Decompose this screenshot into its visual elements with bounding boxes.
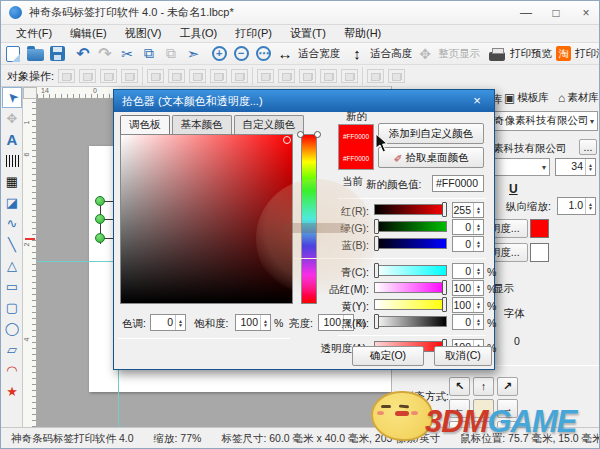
new-color-value-input[interactable]: #FF0000 — [432, 175, 484, 192]
image-tool-icon[interactable]: ◪ — [2, 192, 22, 213]
align-right-icon[interactable] — [231, 69, 248, 83]
hue-spinner[interactable]: 0▲▼ — [150, 314, 186, 331]
zoom-in-icon[interactable]: + — [210, 45, 228, 63]
polygon-tool-icon[interactable]: ▱ — [2, 339, 22, 360]
line-tool-icon[interactable]: ╲ — [2, 234, 22, 255]
tab-palette[interactable]: 调色板 — [120, 115, 170, 134]
font-color-swatch[interactable] — [530, 219, 549, 238]
align-right-button[interactable]: → — [497, 399, 518, 418]
lock-icon[interactable] — [121, 69, 138, 83]
curve-tool-icon[interactable]: ∿ — [2, 213, 22, 234]
vertical-scale-spinner[interactable]: 1.0 ▲▼ — [557, 197, 596, 215]
yellow-spinner[interactable]: 100▲▼ — [452, 297, 484, 313]
rectangle-tool-icon[interactable]: ▭ — [2, 276, 22, 297]
underline-button[interactable]: U — [509, 182, 518, 196]
barcode-tool-icon[interactable] — [2, 150, 22, 171]
background-color-swatch[interactable] — [530, 243, 549, 262]
triangle-tool-icon[interactable]: △ — [2, 255, 22, 276]
dialog-close-button[interactable]: × — [466, 92, 488, 110]
black-slider[interactable] — [374, 316, 447, 327]
cyan-spinner[interactable]: 0▲▼ — [452, 263, 484, 279]
space-v-icon[interactable] — [388, 69, 405, 83]
magenta-slider[interactable] — [374, 282, 447, 293]
print-preview-button[interactable]: 打印预览 — [510, 47, 552, 61]
same-size-icon[interactable] — [341, 69, 358, 83]
select-tool-icon[interactable]: ➤ — [2, 87, 22, 108]
spinner-arrows-icon[interactable]: ▲▼ — [473, 298, 483, 312]
saturation-spinner[interactable]: 100▲▼ — [235, 314, 271, 331]
more-button[interactable]: ... — [579, 139, 597, 155]
menu-edit[interactable]: 编辑(E) — [61, 25, 116, 42]
saturation-square[interactable] — [120, 134, 293, 304]
align-left-button[interactable]: ← — [449, 399, 470, 418]
fit-width-button[interactable]: 适合宽度 — [298, 47, 340, 61]
ungroup-icon[interactable] — [100, 69, 117, 83]
blue-slider[interactable] — [374, 238, 447, 249]
align-bottom-icon[interactable] — [278, 69, 295, 83]
align-middle-icon[interactable] — [210, 69, 227, 83]
menu-help[interactable]: 帮助(H) — [335, 25, 390, 42]
yellow-slider[interactable] — [374, 299, 447, 310]
green-spinner[interactable]: 0▲▼ — [452, 219, 484, 235]
spinner-arrows-icon[interactable]: ▲▼ — [260, 315, 270, 330]
print-taobao-button[interactable]: 打印淘宝天猫订单 — [575, 47, 600, 61]
blue-spinner[interactable]: 0▲▼ — [452, 236, 484, 252]
rounded-rect-tool-icon[interactable]: ▢ — [2, 297, 22, 318]
save-file-icon[interactable] — [48, 45, 66, 63]
spinner-arrows-icon[interactable]: ▲▼ — [175, 315, 185, 330]
template-library-button[interactable]: ▣ 模板库 — [504, 89, 555, 107]
menu-print[interactable]: 打印(P) — [226, 25, 281, 42]
undo-icon[interactable]: ↶ — [74, 45, 92, 63]
redo-icon[interactable]: ↷ — [96, 45, 114, 63]
paste-icon[interactable]: ⧉ — [162, 45, 180, 63]
space-h-icon[interactable] — [367, 69, 384, 83]
company-dropdown[interactable]: 奇像素科技有限公司 ▾ — [490, 111, 598, 131]
spinner-arrows-icon[interactable]: ▲▼ — [473, 281, 483, 295]
green-slider[interactable] — [374, 221, 447, 232]
spinner-arrows-icon[interactable]: ▲▼ — [473, 237, 483, 251]
red-slider[interactable] — [374, 204, 447, 215]
hue-handle-right[interactable] — [314, 131, 321, 138]
align-left-icon[interactable] — [147, 69, 164, 83]
same-width-icon[interactable] — [299, 69, 316, 83]
align-up-left-button[interactable]: ↖ — [449, 377, 470, 396]
combine-icon[interactable] — [58, 69, 75, 83]
tab-basic-colors[interactable]: 基本颜色 — [172, 115, 232, 134]
cut-icon[interactable]: ✂ — [118, 45, 136, 63]
font-size-spinner[interactable]: 34 ▲▼ — [555, 158, 596, 176]
arc-text-tool-icon[interactable]: ◠ — [2, 360, 22, 381]
maximize-button[interactable]: □ — [541, 3, 571, 23]
qrcode-tool-icon[interactable]: ▦ — [2, 171, 22, 192]
tab-custom-colors[interactable]: 自定义颜色 — [234, 115, 305, 134]
dialog-title-bar[interactable]: 拾色器 (文本颜色和透明度...) — [114, 90, 494, 112]
align-top-icon[interactable] — [257, 69, 274, 83]
open-file-icon[interactable] — [26, 45, 44, 63]
selection-handle[interactable] — [95, 214, 105, 224]
magenta-spinner[interactable]: 100▲▼ — [452, 280, 484, 296]
minimize-button[interactable]: — — [511, 3, 541, 23]
menu-file[interactable]: 文件(F) — [7, 25, 61, 42]
spinner-arrows-icon[interactable]: ▲▼ — [473, 220, 483, 234]
black-spinner[interactable]: 0▲▼ — [452, 314, 484, 330]
selection-handle[interactable] — [95, 233, 105, 243]
spinner-arrows-icon[interactable]: ▲▼ — [473, 264, 483, 278]
menu-tools[interactable]: 工具(O) — [170, 25, 226, 42]
group-icon[interactable] — [79, 69, 96, 83]
align-center-h-icon[interactable] — [168, 69, 185, 83]
spinner-arrows-icon[interactable]: ▲▼ — [585, 198, 595, 214]
material-library-button[interactable]: ⌂ 素材库 — [558, 89, 600, 107]
menu-settings[interactable]: 设置(T) — [281, 25, 335, 42]
same-height-icon[interactable] — [320, 69, 337, 83]
align-up-button[interactable]: ↑ — [473, 377, 494, 396]
pick-desktop-color-button[interactable]: ✐ 拾取桌面颜色 — [378, 147, 484, 168]
spinner-arrows-icon[interactable]: ▲▼ — [585, 159, 595, 175]
new-file-icon[interactable] — [4, 45, 22, 63]
menu-view[interactable]: 视图(V) — [116, 25, 171, 42]
print-preview-icon[interactable] — [488, 45, 506, 63]
pick-tool-icon[interactable]: ➣ — [184, 45, 202, 63]
cancel-button[interactable]: 取消(C) — [434, 346, 492, 366]
align-center-button[interactable] — [473, 399, 494, 418]
align-center-v-icon[interactable] — [189, 69, 206, 83]
star-tool-icon[interactable]: ★ — [2, 381, 22, 402]
hue-handle-left[interactable] — [297, 131, 304, 138]
